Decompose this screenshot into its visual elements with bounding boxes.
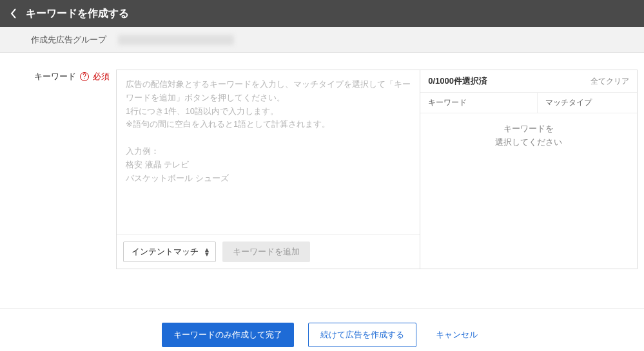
col-keyword-header: キーワード: [420, 93, 537, 113]
col-matchtype-header: マッチタイプ: [538, 93, 637, 113]
add-keyword-button[interactable]: キーワードを追加: [222, 242, 310, 262]
keyword-editor: インテントマッチ ▲▼ キーワードを追加 0/1000件選択済 全てクリア キー…: [116, 70, 638, 269]
keyword-textarea[interactable]: [117, 70, 420, 234]
selected-header: 0/1000件選択済 全てクリア: [420, 70, 637, 93]
footer-actions: キーワードのみ作成して完了 続けて広告を作成する キャンセル: [0, 308, 644, 351]
selected-keywords-panel: 0/1000件選択済 全てクリア キーワード マッチタイプ キーワードを 選択し…: [420, 70, 637, 269]
match-type-select[interactable]: インテントマッチ ▲▼: [123, 242, 216, 262]
keyword-label: キーワード: [34, 71, 76, 82]
chevron-left-icon: [10, 8, 17, 19]
help-icon[interactable]: ?: [80, 72, 89, 81]
continue-create-ads-button[interactable]: 続けて広告を作成する: [308, 323, 416, 347]
cancel-button[interactable]: キャンセル: [431, 323, 483, 347]
create-keywords-only-button[interactable]: キーワードのみ作成して完了: [162, 323, 294, 347]
adgroup-label: 作成先広告グループ: [31, 34, 106, 46]
selected-columns-header: キーワード マッチタイプ: [420, 93, 637, 113]
required-badge: 必須: [93, 71, 110, 82]
subheader: 作成先広告グループ: [0, 27, 644, 53]
select-arrows-icon: ▲▼: [204, 247, 210, 256]
selected-count: 0/1000件選択済: [428, 75, 487, 87]
content-area: キーワード ? 必須 インテントマッチ ▲▼ キーワードを追加 0/1000件選…: [0, 53, 644, 269]
back-button[interactable]: [8, 8, 19, 19]
empty-line-1: キーワードを: [503, 122, 554, 136]
header-bar: キーワードを作成する: [0, 0, 644, 27]
clear-all-link[interactable]: 全てクリア: [590, 76, 629, 87]
selected-empty-state: キーワードを 選択してください: [420, 113, 637, 269]
empty-line-2: 選択してください: [495, 136, 562, 149]
keyword-input-panel: インテントマッチ ▲▼ キーワードを追加: [117, 70, 420, 269]
page-title: キーワードを作成する: [26, 7, 129, 21]
adgroup-value-redacted: [118, 35, 234, 45]
keyword-label-col: キーワード ? 必須: [6, 70, 116, 82]
match-type-selected-label: インテントマッチ: [132, 246, 199, 258]
keyword-controls: インテントマッチ ▲▼ キーワードを追加: [117, 234, 420, 269]
